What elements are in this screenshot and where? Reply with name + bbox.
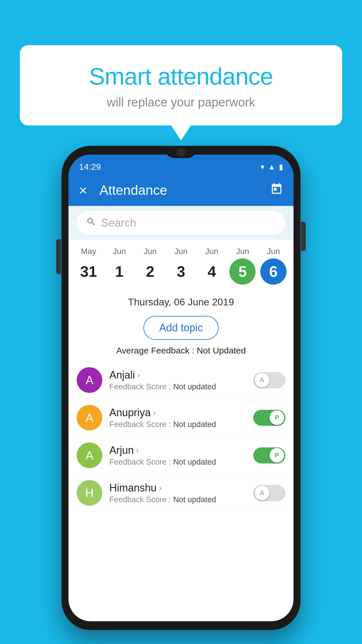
student-info: Anjali › Feedback Score : Not updated — [109, 369, 246, 391]
student-feedback: Feedback Score : Not updated — [109, 495, 246, 504]
app-bar: × Attendance — [68, 174, 294, 206]
search-bar[interactable]: Search — [77, 211, 285, 235]
avatar: A — [77, 442, 102, 468]
status-icons: ▾ ▲ ▮ — [261, 162, 283, 172]
cal-date-2: 2 — [137, 258, 163, 285]
content-area: Thursday, 06 June 2019 Add topic Average… — [68, 289, 294, 512]
student-info: Arjun › Feedback Score : Not updated — [109, 444, 246, 467]
speech-bubble-title: Smart attendance — [34, 63, 328, 90]
cal-day-4[interactable]: Jun 4 — [197, 247, 226, 285]
phone-screen: 14:29 ▾ ▲ ▮ × Attendance — [68, 155, 294, 621]
calendar-strip: May 31 Jun 1 Jun 2 Jun 3 Jun 4 — [68, 240, 294, 289]
toggle-thumb: A — [255, 486, 269, 500]
attendance-toggle[interactable]: A — [253, 372, 285, 388]
avatar: A — [77, 367, 102, 393]
phone-outer: 14:29 ▾ ▲ ▮ × Attendance — [61, 146, 301, 630]
student-feedback: Feedback Score : Not updated — [109, 382, 246, 391]
attendance-toggle[interactable]: P — [253, 410, 285, 426]
student-feedback: Feedback Score : Not updated — [109, 420, 246, 429]
avatar: A — [77, 405, 102, 430]
selected-date: Thursday, 06 June 2019 — [68, 289, 294, 312]
cal-month-2: Jun — [144, 247, 157, 256]
cal-date-4: 4 — [199, 258, 225, 285]
cal-date-1: 1 — [106, 258, 133, 285]
cal-day-3[interactable]: Jun 3 — [166, 247, 196, 285]
cal-month-4: Jun — [205, 247, 218, 256]
cal-month-6: Jun — [267, 247, 280, 256]
cal-day-2[interactable]: Jun 2 — [136, 247, 165, 285]
avg-feedback: Average Feedback : Not Updated — [68, 343, 294, 361]
cal-day-0[interactable]: May 31 — [74, 247, 103, 285]
student-name: Himanshu › — [109, 482, 246, 494]
cal-date-3: 3 — [168, 258, 194, 285]
student-name: Anjali › — [109, 369, 246, 381]
cal-month-3: Jun — [174, 247, 187, 256]
search-input[interactable]: Search — [101, 217, 136, 229]
student-list: A Anjali › Feedback Score : Not updated — [68, 361, 294, 512]
chevron-right-icon: › — [159, 483, 161, 493]
cal-day-5[interactable]: Jun 5 — [228, 247, 257, 285]
cal-month-1: Jun — [113, 247, 126, 256]
add-topic-button[interactable]: Add topic — [143, 316, 219, 340]
search-icon — [86, 216, 96, 230]
cal-month-0: May — [81, 247, 96, 256]
speech-bubble-container: Smart attendance will replace your paper… — [20, 45, 342, 125]
cal-month-5: Jun — [236, 247, 249, 256]
phone-camera — [177, 148, 185, 156]
signal-icon: ▲ — [268, 162, 275, 172]
student-name: Arjun › — [109, 444, 246, 456]
cal-date-6: 6 — [260, 258, 287, 285]
avg-feedback-value: Not Updated — [197, 346, 246, 355]
toggle-thumb: P — [270, 448, 284, 463]
toggle-thumb: P — [270, 410, 284, 425]
list-item[interactable]: A Arjun › Feedback Score : Not updated — [74, 437, 288, 474]
student-info: Anupriya › Feedback Score : Not updated — [109, 407, 246, 429]
cal-day-1[interactable]: Jun 1 — [105, 247, 134, 285]
attendance-toggle[interactable]: P — [253, 447, 285, 463]
toggle-thumb: A — [255, 373, 269, 387]
search-bar-container: Search — [68, 206, 294, 240]
battery-icon: ▮ — [279, 162, 283, 172]
student-feedback: Feedback Score : Not updated — [109, 458, 246, 467]
avg-feedback-label: Average Feedback : — [116, 346, 194, 355]
wifi-icon: ▾ — [261, 162, 264, 172]
speech-bubble-subtitle: will replace your paperwork — [34, 95, 328, 109]
app-bar-title: Attendance — [99, 182, 261, 198]
chevron-right-icon: › — [137, 370, 140, 380]
phone-container: 14:29 ▾ ▲ ▮ × Attendance — [61, 146, 301, 630]
cal-day-6[interactable]: Jun 6 — [259, 247, 288, 285]
add-topic-container: Add topic — [68, 316, 294, 340]
student-name: Anupriya › — [109, 407, 246, 419]
list-item[interactable]: A Anupriya › Feedback Score : Not update… — [74, 399, 288, 437]
chevron-right-icon: › — [136, 446, 139, 455]
attendance-toggle[interactable]: A — [253, 485, 285, 501]
list-item[interactable]: A Anjali › Feedback Score : Not updated — [74, 361, 288, 399]
calendar-icon[interactable] — [270, 183, 283, 198]
list-item[interactable]: H Himanshu › Feedback Score : Not update… — [74, 474, 288, 512]
close-button[interactable]: × — [79, 182, 87, 198]
cal-date-5: 5 — [229, 258, 256, 285]
student-info: Himanshu › Feedback Score : Not updated — [109, 482, 246, 504]
speech-bubble: Smart attendance will replace your paper… — [20, 45, 342, 125]
chevron-right-icon: › — [153, 408, 156, 417]
status-time: 14:29 — [79, 162, 101, 172]
avatar: H — [77, 480, 102, 506]
cal-date-0: 31 — [75, 258, 102, 285]
